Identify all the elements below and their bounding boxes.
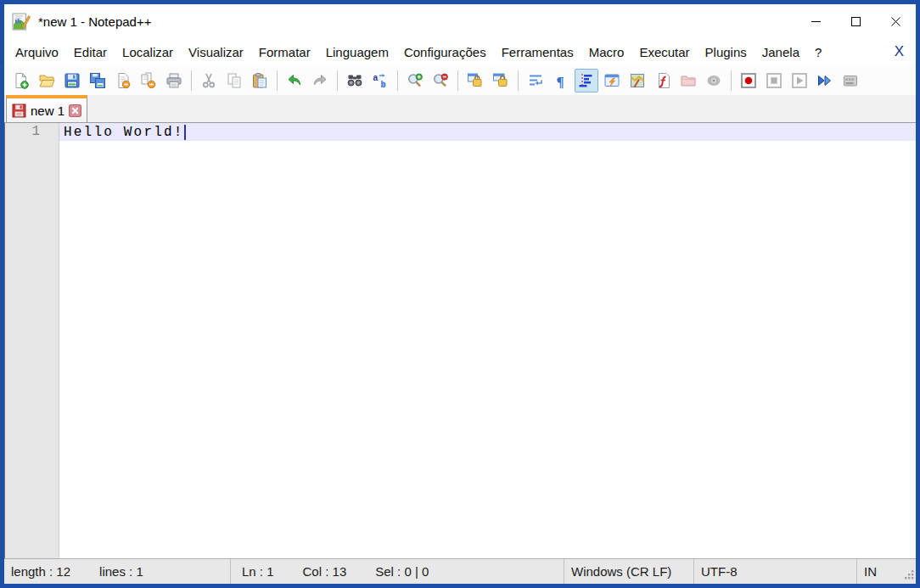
selection-info: Sel : 0 | 0 xyxy=(375,564,429,579)
macro-play-button xyxy=(788,69,811,92)
word-wrap-button[interactable] xyxy=(524,69,547,92)
macro-record-button[interactable] xyxy=(737,69,760,92)
cursor-column: Col : 13 xyxy=(303,564,347,579)
svg-text:a: a xyxy=(373,73,379,82)
document-map-button[interactable] xyxy=(625,69,649,92)
macro-save-icon xyxy=(842,72,859,89)
close-button[interactable] xyxy=(876,4,916,38)
show-all-characters-icon: ¶ xyxy=(553,72,569,89)
menu-item-localizar[interactable]: Localizar xyxy=(115,41,181,64)
menu-item-ferramentas[interactable]: Ferramentas xyxy=(494,41,581,64)
macro-stop-button xyxy=(762,69,786,92)
function-list-button[interactable] xyxy=(651,69,675,92)
unsaved-floppy-icon xyxy=(12,104,26,118)
open-file-icon xyxy=(38,72,55,89)
zoom-out-icon xyxy=(432,72,449,89)
redo-icon xyxy=(311,72,328,89)
menu-item-macro[interactable]: Macro xyxy=(581,41,632,64)
sync-horizontal-scroll-icon xyxy=(492,72,509,89)
open-file-button[interactable] xyxy=(35,69,59,92)
copy-button xyxy=(222,69,246,92)
cursor-line: Ln : 1 xyxy=(242,564,274,579)
redo-button xyxy=(308,69,332,92)
toolbar-separator xyxy=(277,70,278,91)
toolbar-separator xyxy=(731,70,732,91)
sync-vertical-scroll-button[interactable] xyxy=(463,69,487,92)
editor[interactable]: 1 Hello World! xyxy=(4,123,916,558)
status-eol-format[interactable]: Windows (CR LF) xyxy=(564,559,694,584)
toolbar: ab¶ xyxy=(4,65,916,95)
macro-run-multiple-button[interactable] xyxy=(813,69,837,92)
monitoring-icon xyxy=(705,72,722,89)
menu-item-editar[interactable]: Editar xyxy=(66,41,115,64)
menu-item-arquivo[interactable]: Arquivo xyxy=(8,41,66,64)
menu-item-janela[interactable]: Janela xyxy=(755,41,807,64)
line-number: 1 xyxy=(5,123,59,141)
maximize-button[interactable] xyxy=(836,4,876,38)
new-file-button[interactable] xyxy=(9,69,33,92)
resize-grip-icon[interactable] xyxy=(904,568,915,583)
svg-text:¶: ¶ xyxy=(557,73,564,89)
show-indent-guide-icon xyxy=(578,72,595,89)
tab-label: new 1 xyxy=(31,104,65,118)
maximize-icon xyxy=(850,16,861,27)
status-encoding[interactable]: UTF-8 xyxy=(694,559,857,584)
replace-icon: ab xyxy=(372,72,389,89)
cut-icon xyxy=(200,72,217,89)
status-cursor-position: Ln : 1 Col : 13 Sel : 0 | 0 xyxy=(231,559,564,584)
title-bar: *new 1 - Notepad++ xyxy=(4,4,916,38)
save-file-icon xyxy=(64,72,81,89)
close-tab-icon[interactable] xyxy=(69,104,81,117)
tab-bar: new 1 xyxy=(4,95,916,123)
word-wrap-icon xyxy=(527,72,544,89)
line-number-gutter[interactable]: 1 xyxy=(5,123,59,558)
status-bar: length : 12 lines : 1 Ln : 1 Col : 13 Se… xyxy=(4,558,916,584)
status-document-stats: length : 12 lines : 1 xyxy=(4,559,231,584)
menu-item-plugins[interactable]: Plugins xyxy=(698,41,755,64)
zoom-in-icon xyxy=(407,72,424,89)
toolbar-separator xyxy=(457,70,458,91)
save-all-icon xyxy=(89,72,106,89)
menu-item-linguagem[interactable]: Linguagem xyxy=(318,41,396,64)
close-file-button[interactable] xyxy=(111,69,135,92)
find-icon xyxy=(346,72,363,89)
print-button[interactable] xyxy=(162,69,186,92)
caret xyxy=(184,125,186,140)
macro-record-icon xyxy=(740,72,757,89)
close-all-button[interactable] xyxy=(137,69,160,92)
save-file-button[interactable] xyxy=(60,69,84,92)
undo-icon xyxy=(286,72,303,89)
tab-new-1[interactable]: new 1 xyxy=(6,95,87,122)
menu-bar: ArquivoEditarLocalizarVisualizarFormatar… xyxy=(4,38,916,65)
show-all-characters-button[interactable]: ¶ xyxy=(549,69,573,92)
function-list-icon xyxy=(654,72,671,89)
doc-lines: lines : 1 xyxy=(99,564,143,579)
sync-horizontal-scroll-button[interactable] xyxy=(489,69,513,92)
paste-button[interactable] xyxy=(248,69,272,92)
typing-mode-label: IN xyxy=(864,564,877,579)
replace-button[interactable]: ab xyxy=(368,69,392,92)
close-file-icon xyxy=(115,72,132,89)
toolbar-separator xyxy=(518,70,519,91)
undo-button[interactable] xyxy=(283,69,306,92)
menu-item-formatar[interactable]: Formatar xyxy=(251,41,318,64)
folder-as-workspace-button xyxy=(676,69,700,92)
menu-item-help[interactable]: ? xyxy=(807,41,829,64)
cut-button xyxy=(197,69,221,92)
user-defined-language-button[interactable] xyxy=(600,69,624,92)
menu-item-visualizar[interactable]: Visualizar xyxy=(181,41,251,64)
editor-current-line[interactable]: Hello World! xyxy=(59,123,916,141)
menu-close-document-button[interactable]: X xyxy=(895,43,904,60)
editor-text-area[interactable]: Hello World! xyxy=(59,123,916,558)
minimize-button[interactable] xyxy=(796,4,836,38)
menu-item-configuracoes[interactable]: Configurações xyxy=(396,41,494,64)
macro-stop-icon xyxy=(766,72,783,89)
status-typing-mode[interactable]: IN xyxy=(857,559,916,584)
find-button[interactable] xyxy=(343,69,367,92)
save-all-button[interactable] xyxy=(86,69,109,92)
show-indent-guide-button[interactable] xyxy=(575,69,598,92)
menu-item-executar[interactable]: Executar xyxy=(631,41,697,64)
monitoring-button xyxy=(702,69,726,92)
zoom-out-button[interactable] xyxy=(429,69,452,92)
zoom-in-button[interactable] xyxy=(403,69,427,92)
